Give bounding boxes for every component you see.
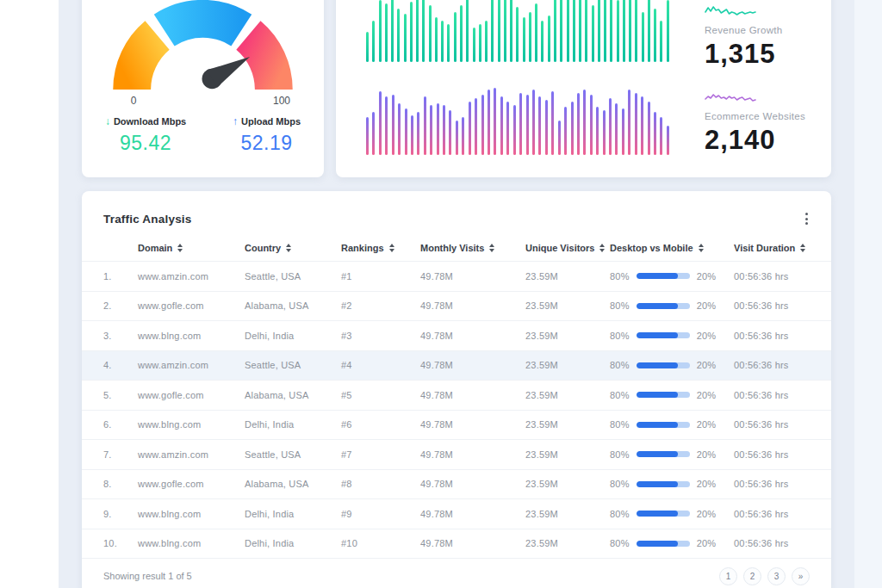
cell-unique-visitors: 23.59M <box>525 390 610 400</box>
ecommerce-websites-label: Ecommerce Websites <box>705 111 821 121</box>
activity-charts-card: Revenue Growth 1,315 Ecommerce Websites … <box>336 0 831 177</box>
cell-unique-visitors: 23.59M <box>525 479 610 489</box>
revenue-growth-stat: Revenue Growth 1,315 <box>705 3 821 70</box>
desktop-percent: 80% <box>610 390 630 400</box>
cell-monthly-visits: 49.78M <box>420 300 525 311</box>
bar <box>592 5 594 62</box>
sort-icon[interactable] <box>800 244 805 252</box>
cell-visit-duration: 00:56:36 hrs <box>734 271 829 282</box>
cell-index: 7. <box>103 449 138 460</box>
gauge-segment-blue <box>165 19 242 30</box>
column-header-rankings[interactable]: Rankings <box>341 243 420 253</box>
column-header-monthly-visits[interactable]: Monthly Visits <box>420 243 525 253</box>
column-header-domain[interactable]: Domain <box>138 243 245 253</box>
sort-icon[interactable] <box>177 244 183 252</box>
pagination-next-button[interactable]: » <box>792 567 810 585</box>
kebab-menu-icon[interactable] <box>803 210 811 227</box>
ecommerce-websites-stat: Ecommerce Websites 2,140 <box>705 90 821 156</box>
sort-icon[interactable] <box>389 244 394 252</box>
table-footer: Showing result 1 of 5 123» <box>82 559 831 588</box>
table-row[interactable]: 1.www.amzin.comSeattle, USA#149.78M23.59… <box>82 262 831 292</box>
mobile-percent: 20% <box>697 271 717 282</box>
bar <box>366 32 369 62</box>
sort-icon[interactable] <box>599 244 605 252</box>
split-progress-bar <box>637 273 690 279</box>
bar <box>629 0 631 62</box>
sort-icon[interactable] <box>699 244 704 252</box>
table-title: Traffic Analysis <box>103 213 192 226</box>
cell-domain: www.amzin.com <box>138 360 245 370</box>
cell-country: Delhi, India <box>245 331 341 341</box>
cell-visit-duration: 00:56:36 hrs <box>734 509 829 519</box>
column-header-visit-duration[interactable]: Visit Duration <box>734 243 829 253</box>
split-progress-bar <box>637 511 690 517</box>
table-row[interactable]: 10.www.blng.comDelhi, India#1049.78M23.5… <box>82 529 831 560</box>
cell-country: Alabama, USA <box>245 479 341 489</box>
bar <box>430 105 432 155</box>
cell-domain: www.amzin.com <box>138 449 245 460</box>
bar <box>435 17 438 62</box>
download-speed: ↓ Download Mbps 95.42 <box>105 115 186 155</box>
bar <box>635 93 637 155</box>
cell-visit-duration: 00:56:36 hrs <box>734 331 829 341</box>
cell-domain: www.blng.com <box>138 538 245 548</box>
bar <box>548 15 550 62</box>
bar <box>417 112 419 155</box>
cell-visit-duration: 00:56:36 hrs <box>734 479 829 489</box>
table-row[interactable]: 9.www.blng.comDelhi, India#949.78M23.59M… <box>82 499 831 529</box>
column-header-unique-visitors[interactable]: Unique Visitors <box>525 243 610 253</box>
table-row[interactable]: 2.www.gofle.comAlabama, USA#249.78M23.59… <box>82 292 831 322</box>
table-row[interactable]: 6.www.blng.comDelhi, India#649.78M23.59M… <box>82 411 831 441</box>
mobile-percent: 20% <box>697 449 717 460</box>
sort-icon[interactable] <box>489 244 494 252</box>
bar <box>424 96 426 155</box>
desktop-percent: 80% <box>610 479 630 489</box>
right-margin-strip <box>854 0 882 588</box>
sort-icon[interactable] <box>286 244 291 252</box>
cell-ranking: #10 <box>341 538 420 548</box>
cell-index: 2. <box>103 300 138 311</box>
download-arrow-icon: ↓ <box>105 115 110 127</box>
bar <box>648 0 650 62</box>
table-row[interactable]: 8.www.gofle.comAlabama, USA#849.78M23.59… <box>82 470 831 500</box>
table-row[interactable]: 3.www.blng.comDelhi, India#349.78M23.59M… <box>82 321 831 351</box>
bar <box>623 0 625 62</box>
cell-index: 5. <box>103 390 138 400</box>
green-bar-chart <box>366 0 669 62</box>
bar <box>667 0 669 62</box>
split-progress-bar <box>637 332 690 338</box>
table-row[interactable]: 7.www.amzin.comSeattle, USA#749.78M23.59… <box>82 440 831 470</box>
bar <box>551 91 554 155</box>
column-header-label: Desktop vs Mobile <box>610 243 693 253</box>
column-header-label: Domain <box>138 243 172 253</box>
cell-desktop-vs-mobile: 80%20% <box>610 360 734 370</box>
table-row[interactable]: 5.www.gofle.comAlabama, USA#549.78M23.59… <box>82 381 831 411</box>
cell-country: Seattle, USA <box>245 271 341 282</box>
split-progress-fill <box>637 481 678 487</box>
cell-index: 1. <box>103 271 138 282</box>
pagination-page-1[interactable]: 1 <box>719 567 737 585</box>
split-progress-bar <box>637 481 690 487</box>
column-header-desktop-vs-mobile[interactable]: Desktop vs Mobile <box>610 243 734 253</box>
split-progress-fill <box>637 392 678 398</box>
split-progress-fill <box>637 451 678 457</box>
gauge-max-label: 100 <box>264 95 299 107</box>
cell-desktop-vs-mobile: 80%20% <box>610 300 734 311</box>
table-row[interactable]: 4.www.amzin.comSeattle, USA#449.78M23.59… <box>82 351 831 381</box>
column-header-label: Unique Visitors <box>525 243 594 253</box>
pagination-page-2[interactable]: 2 <box>743 567 761 585</box>
bar <box>391 0 394 62</box>
mobile-percent: 20% <box>697 509 717 519</box>
desktop-percent: 80% <box>610 538 630 548</box>
cell-ranking: #4 <box>341 360 420 370</box>
bar <box>535 3 537 62</box>
cell-monthly-visits: 49.78M <box>420 509 525 519</box>
cell-country: Delhi, India <box>245 419 341 430</box>
split-progress-bar <box>637 451 690 457</box>
bar <box>660 21 662 62</box>
bar <box>405 108 407 155</box>
bar <box>610 0 612 62</box>
pagination-page-3[interactable]: 3 <box>767 567 786 585</box>
column-header-country[interactable]: Country <box>245 243 341 253</box>
bar <box>479 24 481 62</box>
